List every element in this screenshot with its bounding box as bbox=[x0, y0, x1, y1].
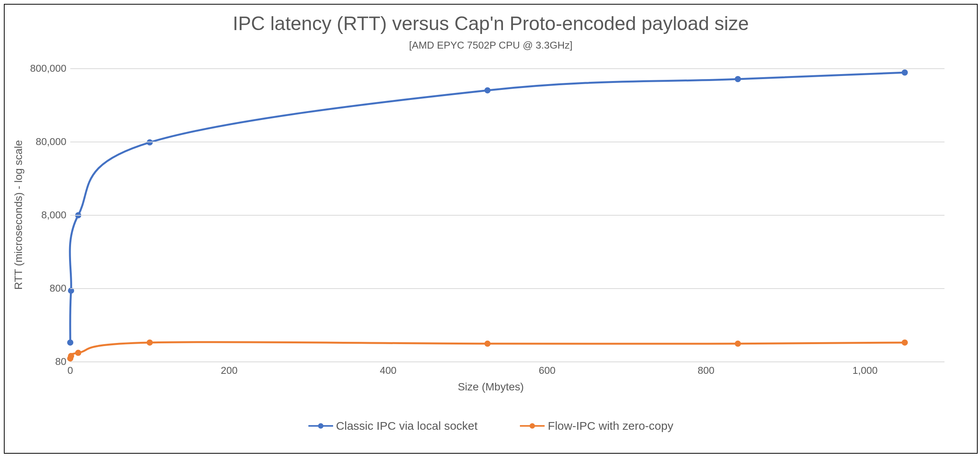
data-point bbox=[67, 339, 73, 346]
x-tick-label: 0 bbox=[68, 365, 73, 377]
chart-subtitle: [AMD EPYC 7502P CPU @ 3.3GHz] bbox=[5, 39, 977, 51]
legend-swatch-classic-ipc bbox=[308, 421, 333, 431]
y-tick-label: 800,000 bbox=[26, 62, 66, 74]
gridline bbox=[70, 142, 944, 142]
data-point bbox=[147, 139, 153, 145]
y-tick-label: 8,000 bbox=[26, 209, 66, 221]
y-axis-label: RTT (microseconds) - log scale bbox=[12, 140, 25, 290]
y-tick-label: 80,000 bbox=[26, 136, 66, 148]
x-tick-label: 800 bbox=[698, 365, 714, 377]
chart-frame: IPC latency (RTT) versus Cap'n Proto-enc… bbox=[4, 4, 978, 454]
gridline bbox=[70, 215, 944, 216]
series-line bbox=[70, 73, 905, 343]
legend: Classic IPC via local socket Flow-IPC wi… bbox=[5, 419, 977, 432]
data-point bbox=[484, 341, 491, 347]
data-point bbox=[75, 350, 81, 356]
x-tick-label: 1,000 bbox=[853, 365, 878, 377]
data-point bbox=[902, 339, 908, 346]
data-point bbox=[735, 341, 741, 347]
chart-title: IPC latency (RTT) versus Cap'n Proto-enc… bbox=[5, 12, 977, 35]
legend-swatch-flow-ipc bbox=[520, 421, 545, 431]
x-tick-label: 600 bbox=[539, 365, 555, 377]
data-point bbox=[902, 69, 908, 76]
x-axis-label: Size (Mbytes) bbox=[5, 381, 977, 393]
data-point bbox=[147, 339, 153, 346]
x-tick-label: 400 bbox=[380, 365, 396, 377]
legend-item-classic-ipc: Classic IPC via local socket bbox=[308, 419, 478, 432]
data-point bbox=[735, 76, 741, 82]
legend-item-flow-ipc: Flow-IPC with zero-copy bbox=[520, 419, 673, 432]
y-tick-label: 80 bbox=[26, 356, 66, 368]
data-point bbox=[484, 87, 491, 93]
x-tick-label: 200 bbox=[221, 365, 237, 377]
gridline bbox=[70, 68, 944, 69]
legend-label-flow-ipc: Flow-IPC with zero-copy bbox=[548, 419, 673, 432]
gridline bbox=[70, 361, 944, 362]
data-point bbox=[68, 353, 74, 359]
legend-label-classic-ipc: Classic IPC via local socket bbox=[336, 419, 478, 432]
plot-area: 808008,00080,000800,00002004006008001,00… bbox=[70, 68, 944, 361]
gridline bbox=[70, 288, 944, 289]
y-tick-label: 800 bbox=[26, 282, 66, 294]
